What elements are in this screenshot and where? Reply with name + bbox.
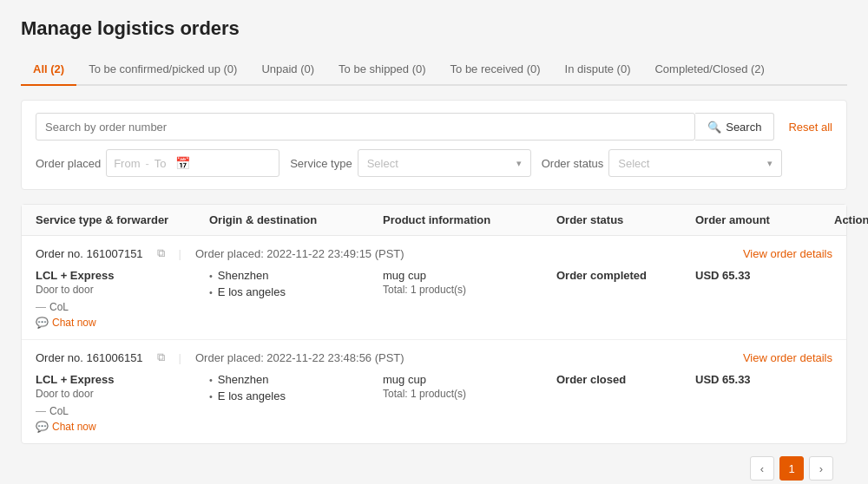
to-placeholder: To bbox=[155, 157, 167, 170]
page-1-button[interactable]: 1 bbox=[779, 456, 804, 481]
bullet-icon-origin-1: • bbox=[209, 375, 213, 385]
col-label-0: — CoL bbox=[36, 301, 209, 313]
order-status-group: Order status Select ▾ bbox=[542, 149, 783, 177]
destination-1: E los angeles bbox=[218, 389, 286, 402]
col-header-order-status: Order status bbox=[556, 213, 695, 226]
tab-in-dispute[interactable]: In dispute (0) bbox=[553, 56, 643, 86]
service-type-1: LCL + Express bbox=[36, 373, 209, 386]
product-info-0: mug cup Total: 1 product(s) bbox=[383, 269, 556, 296]
search-box bbox=[36, 113, 695, 141]
filter-section: 🔍 Search Reset all Order placed From - T… bbox=[21, 100, 847, 190]
order-row-0: Order no. 161007151 ⧉ | Order placed: 20… bbox=[22, 236, 846, 340]
next-page-button[interactable]: › bbox=[809, 456, 833, 481]
filter-row-2: Order placed From - To 📅 Service type Se… bbox=[36, 149, 832, 177]
calendar-icon: 📅 bbox=[175, 156, 190, 170]
service-type-group: Service type Select ▾ bbox=[290, 149, 531, 177]
order-placed-1: Order placed: 2022-11-22 23:48:56 (PST) bbox=[195, 351, 404, 364]
chat-label-0: Chat now bbox=[52, 317, 96, 329]
page-container: Manage logistics orders All (2) To be co… bbox=[0, 0, 868, 484]
tab-to-be-confirmed[interactable]: To be confirmed/picked up (0) bbox=[76, 56, 249, 86]
reset-all-link[interactable]: Reset all bbox=[788, 121, 832, 134]
order-amount-cell-0: USD 65.33 bbox=[695, 269, 834, 282]
service-mode-1: Door to door bbox=[36, 388, 209, 400]
product-total-0: Total: 1 product(s) bbox=[383, 284, 556, 296]
order-amount-cell-1: USD 65.33 bbox=[695, 373, 834, 386]
service-type-0: LCL + Express bbox=[36, 269, 209, 282]
col-header-origin-dest: Origin & destination bbox=[209, 213, 383, 226]
order-status-value: Select bbox=[618, 157, 649, 170]
bullet-icon-origin-0: • bbox=[209, 271, 213, 281]
order-status-select[interactable]: Select ▾ bbox=[608, 149, 782, 177]
product-total-1: Total: 1 product(s) bbox=[383, 388, 556, 400]
service-info-1: LCL + Express Door to door — CoL 💬 Chat … bbox=[36, 373, 209, 433]
product-name-1: mug cup bbox=[383, 373, 556, 386]
origin-0: Shenzhen bbox=[218, 269, 269, 282]
order-amount-value-0: USD 65.33 bbox=[695, 269, 834, 282]
page-title: Manage logistics orders bbox=[21, 17, 847, 40]
search-button-label: Search bbox=[726, 121, 761, 134]
view-details-link-0[interactable]: View order details bbox=[743, 247, 832, 260]
order-placed-0: Order placed: 2022-11-22 23:49:15 (PST) bbox=[195, 247, 404, 260]
order-status-cell-0: Order completed bbox=[556, 269, 695, 282]
chevron-down-icon: ▾ bbox=[516, 158, 522, 169]
service-type-select[interactable]: Select ▾ bbox=[358, 149, 531, 177]
order-row-1: Order no. 161006151 ⧉ | Order placed: 20… bbox=[22, 340, 846, 443]
order-number-1: Order no. 161006151 bbox=[36, 351, 143, 364]
order-detail-row-1: LCL + Express Door to door — CoL 💬 Chat … bbox=[36, 373, 832, 433]
origin-1: Shenzhen bbox=[218, 373, 269, 386]
prev-page-button[interactable]: ‹ bbox=[750, 456, 774, 481]
search-icon: 🔍 bbox=[707, 121, 721, 134]
col-header-action: Action bbox=[834, 213, 868, 226]
order-meta-row-0: Order no. 161007151 ⧉ | Order placed: 20… bbox=[36, 246, 832, 260]
chat-icon-0: 💬 bbox=[36, 317, 49, 329]
search-row: 🔍 Search Reset all bbox=[36, 113, 832, 141]
order-status-value-1: Order closed bbox=[556, 373, 695, 386]
copy-icon-0[interactable]: ⧉ bbox=[157, 246, 165, 260]
search-button[interactable]: 🔍 Search bbox=[695, 113, 774, 141]
search-wrapper: 🔍 Search bbox=[36, 113, 774, 141]
origin-dest-1: • Shenzhen • E los angeles bbox=[209, 373, 383, 406]
divider-0: | bbox=[179, 247, 181, 260]
bullet-icon-dest-0: • bbox=[209, 287, 213, 298]
tabs-container: All (2) To be confirmed/picked up (0) Un… bbox=[21, 56, 847, 86]
from-placeholder: From bbox=[114, 157, 140, 170]
col-header-product-info: Product information bbox=[383, 213, 556, 226]
search-input[interactable] bbox=[45, 121, 686, 134]
service-type-label: Service type bbox=[290, 157, 352, 170]
chat-icon-1: 💬 bbox=[36, 421, 49, 433]
pagination: ‹ 1 › bbox=[21, 444, 847, 484]
table-header: Service type & forwarder Origin & destin… bbox=[22, 205, 846, 236]
bullet-icon-dest-1: • bbox=[209, 391, 213, 402]
col-label-1: — CoL bbox=[36, 405, 209, 417]
copy-icon-1[interactable]: ⧉ bbox=[157, 350, 165, 364]
view-details-link-1[interactable]: View order details bbox=[743, 351, 832, 364]
date-separator: - bbox=[146, 157, 149, 170]
col-header-service-type: Service type & forwarder bbox=[36, 213, 209, 226]
chat-btn-1[interactable]: 💬 Chat now bbox=[36, 421, 209, 433]
chevron-down-icon-2: ▾ bbox=[767, 158, 773, 169]
orders-table: Service type & forwarder Origin & destin… bbox=[21, 204, 847, 444]
chat-label-1: Chat now bbox=[52, 421, 96, 433]
tab-unpaid[interactable]: Unpaid (0) bbox=[249, 56, 326, 86]
col-header-order-amount: Order amount bbox=[695, 213, 834, 226]
product-name-0: mug cup bbox=[383, 269, 556, 282]
destination-0: E los angeles bbox=[218, 285, 286, 298]
order-status-cell-1: Order closed bbox=[556, 373, 695, 386]
order-meta-row-1: Order no. 161006151 ⧉ | Order placed: 20… bbox=[36, 350, 832, 364]
date-range-picker[interactable]: From - To 📅 bbox=[106, 149, 279, 177]
service-type-value: Select bbox=[367, 157, 398, 170]
tab-completed-closed[interactable]: Completed/Closed (2) bbox=[642, 56, 776, 86]
divider-1: | bbox=[179, 351, 181, 364]
tab-to-be-shipped[interactable]: To be shipped (0) bbox=[326, 56, 437, 86]
order-status-value-0: Order completed bbox=[556, 269, 695, 282]
order-status-label: Order status bbox=[542, 157, 604, 170]
product-info-1: mug cup Total: 1 product(s) bbox=[383, 373, 556, 400]
order-detail-row-0: LCL + Express Door to door — CoL 💬 Chat … bbox=[36, 269, 832, 329]
chat-btn-0[interactable]: 💬 Chat now bbox=[36, 317, 209, 329]
service-info-0: LCL + Express Door to door — CoL 💬 Chat … bbox=[36, 269, 209, 329]
service-mode-0: Door to door bbox=[36, 284, 209, 296]
order-amount-value-1: USD 65.33 bbox=[695, 373, 834, 386]
tab-to-be-received[interactable]: To be received (0) bbox=[438, 56, 553, 86]
order-placed-label: Order placed bbox=[36, 157, 101, 170]
tab-all[interactable]: All (2) bbox=[21, 56, 76, 86]
